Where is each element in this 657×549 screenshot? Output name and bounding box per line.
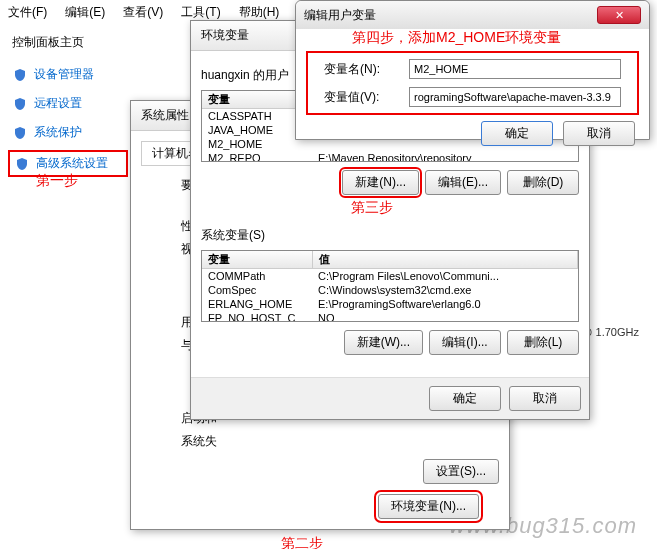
sys-vars-table[interactable]: 变量值 COMMPathC:\Program Files\Lenovo\Comm… bbox=[201, 250, 579, 322]
edit-sys-var-button[interactable]: 编辑(I)... bbox=[429, 330, 501, 355]
delete-sys-var-button[interactable]: 删除(L) bbox=[507, 330, 579, 355]
delete-user-var-button[interactable]: 删除(D) bbox=[507, 170, 579, 195]
ok-button[interactable]: 确定 bbox=[481, 121, 553, 146]
sys-vars-label: 系统变量(S) bbox=[201, 227, 579, 244]
annotation-step2: 第二步 bbox=[281, 535, 639, 549]
menu-view[interactable]: 查看(V) bbox=[123, 4, 163, 21]
ok-button[interactable]: 确定 bbox=[429, 386, 501, 411]
dialog-title: 编辑用户变量 bbox=[304, 7, 376, 24]
close-button[interactable]: ✕ bbox=[597, 6, 641, 24]
settings-button[interactable]: 设置(S)... bbox=[423, 459, 499, 484]
var-name-input[interactable] bbox=[409, 59, 621, 79]
sidebar-item-label: 设备管理器 bbox=[34, 66, 94, 83]
sidebar-item-protection[interactable]: 系统保护 bbox=[8, 121, 128, 144]
label: 系统失 bbox=[141, 430, 499, 453]
sidebar-item-label: 系统保护 bbox=[34, 124, 82, 141]
sidebar-item-label: 远程设置 bbox=[34, 95, 82, 112]
sidebar-title: 控制面板主页 bbox=[8, 30, 128, 55]
annotation-step1: 第一步 bbox=[36, 172, 78, 190]
sidebar-item-remote[interactable]: 远程设置 bbox=[8, 92, 128, 115]
var-name-label: 变量名(N): bbox=[324, 61, 399, 78]
env-vars-button[interactable]: 环境变量(N)... bbox=[378, 494, 479, 519]
shield-icon bbox=[14, 156, 30, 172]
col-val: 值 bbox=[312, 251, 578, 269]
cancel-button[interactable]: 取消 bbox=[563, 121, 635, 146]
shield-icon bbox=[12, 67, 28, 83]
table-row: FP_NO_HOST_CNO bbox=[202, 311, 578, 322]
sidebar: 控制面板主页 设备管理器 远程设置 系统保护 高级系统设置 bbox=[8, 30, 128, 183]
cpu-info: @ 1.70GHz bbox=[581, 326, 639, 338]
shield-icon bbox=[12, 125, 28, 141]
edit-user-var-dialog: 编辑用户变量 ✕ 第四步，添加M2_HOME环境变量 变量名(N): 变量值(V… bbox=[295, 0, 650, 140]
menu-tools[interactable]: 工具(T) bbox=[181, 4, 220, 21]
shield-icon bbox=[12, 96, 28, 112]
table-row: COMMPathC:\Program Files\Lenovo\Communi.… bbox=[202, 269, 578, 284]
menu-edit[interactable]: 编辑(E) bbox=[65, 4, 105, 21]
table-row: ComSpecC:\Windows\system32\cmd.exe bbox=[202, 283, 578, 297]
edit-user-var-button[interactable]: 编辑(E)... bbox=[425, 170, 501, 195]
annotation-step4: 第四步，添加M2_HOME环境变量 bbox=[352, 29, 561, 47]
menu-help[interactable]: 帮助(H) bbox=[239, 4, 280, 21]
new-user-var-button[interactable]: 新建(N)... bbox=[342, 170, 419, 195]
var-value-input[interactable] bbox=[409, 87, 621, 107]
sidebar-item-label: 高级系统设置 bbox=[36, 155, 108, 172]
menu-file[interactable]: 文件(F) bbox=[8, 4, 47, 21]
sidebar-item-device-manager[interactable]: 设备管理器 bbox=[8, 63, 128, 86]
cancel-button[interactable]: 取消 bbox=[509, 386, 581, 411]
annotation-step3: 第三步 bbox=[351, 199, 657, 217]
var-value-label: 变量值(V): bbox=[324, 89, 399, 106]
table-row: ERLANG_HOMEE:\ProgramingSoftware\erlang6… bbox=[202, 297, 578, 311]
new-sys-var-button[interactable]: 新建(W)... bbox=[344, 330, 423, 355]
col-var: 变量 bbox=[202, 251, 312, 269]
